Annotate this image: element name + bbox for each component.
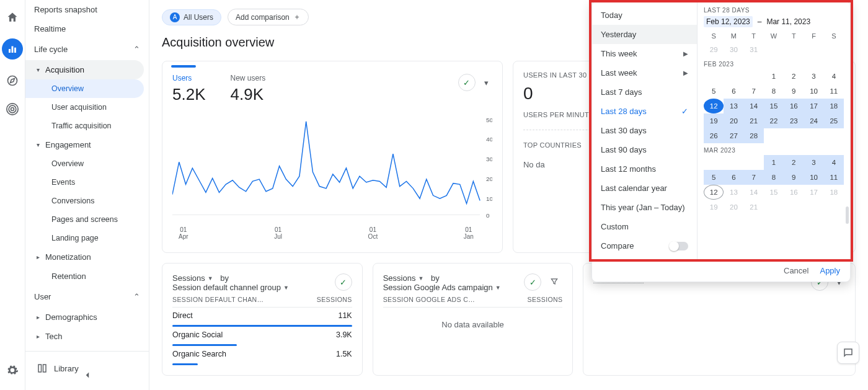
calendar-day[interactable]: 8	[764, 84, 784, 99]
nav-retention[interactable]: Retention	[25, 267, 149, 286]
calendar-day[interactable]: 14	[744, 99, 764, 113]
nav-pages-screens[interactable]: Pages and screens	[25, 210, 149, 229]
calendar-day[interactable]: 24	[804, 113, 823, 128]
calendar-day[interactable]: 21	[744, 113, 764, 128]
calendar-day[interactable]: 31	[744, 42, 764, 57]
calendar-scrollbar[interactable]	[846, 206, 849, 224]
filter-icon[interactable]	[546, 277, 562, 288]
check-status-icon[interactable]: ✓	[335, 273, 352, 291]
nav-conversions[interactable]: Conversions	[25, 192, 149, 210]
preset-compare[interactable]: Compare	[592, 236, 697, 255]
nav-user-acq[interactable]: User acquisition	[25, 98, 149, 117]
collapse-sidebar-icon[interactable]	[82, 370, 93, 383]
calendar-day[interactable]: 22	[764, 113, 784, 128]
calendar-day[interactable]: 19	[704, 200, 724, 215]
calendar-day[interactable]: 13	[724, 99, 743, 113]
calendar-day[interactable]: 11	[824, 170, 844, 185]
calendar-day[interactable]: 26	[704, 128, 724, 143]
cancel-button[interactable]: Cancel	[784, 266, 808, 275]
card-menu-icon[interactable]: ▾	[480, 78, 492, 87]
segment-all-users[interactable]: AAll Users	[162, 9, 221, 25]
calendar-day[interactable]: 16	[784, 185, 804, 200]
calendar-day[interactable]: 27	[724, 128, 743, 143]
calendar-day[interactable]: 16	[784, 99, 804, 113]
cardB-metric[interactable]: Sessions	[383, 273, 416, 283]
feedback-button[interactable]	[837, 342, 859, 364]
calendar-day[interactable]: 6	[724, 84, 743, 99]
calendar-day[interactable]: 7	[744, 170, 764, 185]
preset-last-90-days[interactable]: Last 90 days	[592, 140, 697, 159]
nav-reports-snapshot[interactable]: Reports snapshot	[25, 0, 149, 19]
preset-this-year-jan-today-[interactable]: This year (Jan – Today)	[592, 198, 697, 217]
calendar-day[interactable]: 20	[724, 200, 743, 215]
nav-acq-overview[interactable]: Overview	[25, 79, 144, 98]
explore-icon[interactable]	[5, 73, 20, 88]
calendar-day[interactable]: 13	[724, 185, 743, 200]
calendar-day[interactable]: 14	[744, 185, 764, 200]
nav-monetization[interactable]: ▸Monetization	[25, 247, 149, 267]
calendar-day[interactable]: 1	[764, 69, 784, 84]
preset-last-12-months[interactable]: Last 12 months	[592, 159, 697, 179]
preset-last-week[interactable]: Last week▶	[592, 63, 697, 82]
calendar-day[interactable]: 23	[784, 113, 804, 128]
cardB-dimension[interactable]: Session Google Ads campaign	[383, 283, 493, 292]
section-lifecycle[interactable]: Life cycle⌃	[25, 38, 149, 60]
calendar-day[interactable]: 8	[764, 170, 784, 185]
calendar-day[interactable]: 4	[824, 155, 844, 170]
calendar-day[interactable]: 20	[724, 113, 743, 128]
metric2-label[interactable]: New users	[231, 74, 266, 82]
calendar-day[interactable]: 30	[724, 42, 743, 57]
nav-eng-overview[interactable]: Overview	[25, 154, 149, 173]
range-end[interactable]: Mar 11, 2023	[766, 17, 810, 26]
dropdown-icon[interactable]: ▼	[495, 285, 501, 291]
preset-custom[interactable]: Custom	[592, 217, 697, 236]
preset-last-calendar-year[interactable]: Last calendar year	[592, 179, 697, 198]
calendar-day[interactable]: 3	[804, 155, 823, 170]
nav-traffic-acq[interactable]: Traffic acquisition	[25, 117, 149, 135]
calendar-day[interactable]: 25	[824, 113, 844, 128]
settings-icon[interactable]	[5, 363, 20, 378]
section-user[interactable]: User⌃	[25, 286, 149, 308]
preset-last-7-days[interactable]: Last 7 days	[592, 82, 697, 102]
cardA-dimension[interactable]: Session default channel group	[172, 283, 281, 292]
calendar-day[interactable]: 10	[804, 84, 823, 99]
calendar-day[interactable]: 12	[704, 185, 724, 200]
calendar-day[interactable]: 17	[804, 185, 823, 200]
nav-acquisition[interactable]: ▾Acquisition	[25, 60, 144, 79]
calendar-day[interactable]: 9	[784, 84, 804, 99]
calendar-day[interactable]: 4	[824, 69, 844, 84]
home-icon[interactable]	[5, 10, 20, 25]
compare-toggle[interactable]	[670, 242, 688, 250]
calendar-day[interactable]: 6	[724, 170, 743, 185]
nav-landing[interactable]: Landing page	[25, 229, 149, 247]
calendar-day[interactable]: 7	[744, 84, 764, 99]
calendar-day[interactable]: 1	[764, 155, 784, 170]
nav-engagement[interactable]: ▾Engagement	[25, 135, 149, 154]
calendar-day[interactable]: 2	[784, 69, 804, 84]
preset-last-28-days[interactable]: Last 28 days✓	[592, 102, 697, 121]
nav-realtime[interactable]: Realtime	[25, 19, 149, 38]
dropdown-icon[interactable]: ▼	[418, 275, 423, 281]
preset-today[interactable]: Today	[592, 6, 697, 25]
calendar-day[interactable]: 19	[704, 113, 724, 128]
calendar-day[interactable]: 18	[824, 185, 844, 200]
calendar-day[interactable]: 10	[804, 170, 823, 185]
preset-this-week[interactable]: This week▶	[592, 44, 697, 63]
calendar-day[interactable]: 29	[704, 42, 724, 57]
calendar-day[interactable]: 12	[704, 99, 724, 113]
calendar-day[interactable]: 21	[744, 200, 764, 215]
calendar-day[interactable]: 28	[744, 128, 764, 143]
calendar-day[interactable]: 5	[704, 170, 724, 185]
calendar-day[interactable]: 3	[804, 69, 823, 84]
cardA-metric[interactable]: Sessions	[172, 273, 205, 283]
nav-events[interactable]: Events	[25, 173, 149, 192]
reports-icon[interactable]	[2, 38, 23, 60]
calendar-day[interactable]: 15	[764, 185, 784, 200]
dropdown-icon[interactable]: ▼	[283, 285, 289, 291]
check-status-icon[interactable]: ✓	[524, 273, 541, 291]
nav-demographics[interactable]: ▸Demographics	[25, 308, 149, 327]
calendar-day[interactable]: 5	[704, 84, 724, 99]
range-start[interactable]: Feb 12, 2023	[704, 16, 753, 27]
nav-tech[interactable]: ▸Tech	[25, 327, 149, 346]
dropdown-icon[interactable]: ▼	[208, 275, 213, 281]
